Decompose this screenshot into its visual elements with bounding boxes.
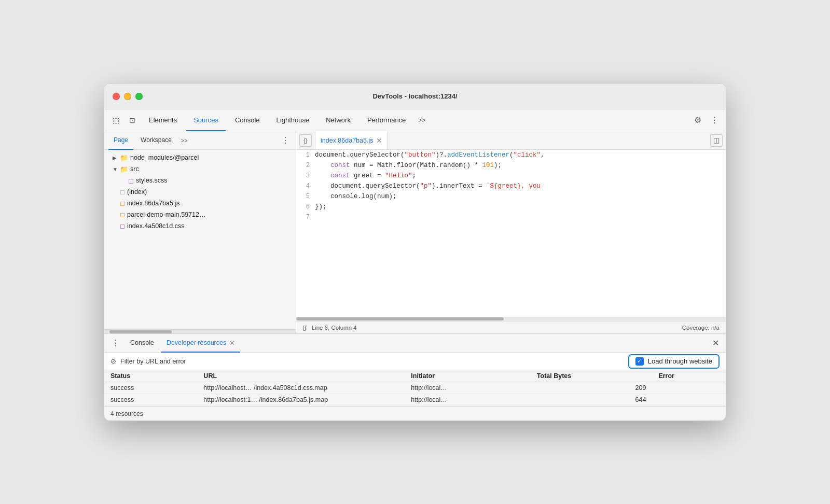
- list-item[interactable]: ◻ index.4a508c1d.css: [104, 220, 296, 232]
- load-through-website-checkbox[interactable]: ✓ Load through website: [628, 354, 720, 369]
- tab-network[interactable]: Network: [319, 110, 358, 131]
- list-item[interactable]: ◻ styles.scss: [104, 175, 296, 186]
- traffic-lights: [113, 93, 143, 100]
- col-error: Error: [652, 370, 726, 382]
- file-name: parcel-demo-main.59712…: [127, 211, 205, 218]
- list-item[interactable]: ◻ index.86da7ba5.js: [104, 198, 296, 209]
- filter-input[interactable]: Filter by URL and error: [120, 358, 628, 365]
- bottom-dots-icon[interactable]: ⋮: [108, 337, 123, 349]
- code-horizontal-scrollbar[interactable]: [296, 317, 726, 321]
- code-line: 3 const greet = "Hello";: [296, 171, 726, 181]
- col-total-bytes: Total Bytes: [531, 370, 653, 382]
- code-line: 2 const num = Math.floor(Math.random() *…: [296, 160, 726, 171]
- table-row[interactable]: success http://localhost… /index.4a508c1…: [104, 382, 726, 394]
- code-line: 1 document.querySelector("button")?.addE…: [296, 150, 726, 160]
- settings-icon[interactable]: ⚙: [690, 113, 705, 128]
- code-file-tab-label: index.86da7ba5.js: [321, 137, 373, 144]
- file-icon: ◻: [120, 200, 125, 207]
- cell-initiator: http://local…: [405, 382, 530, 394]
- file-name: index.4a508c1d.css: [127, 222, 185, 230]
- code-editor[interactable]: 1 document.querySelector("button")?.addE…: [296, 150, 726, 317]
- close-button[interactable]: [113, 93, 120, 100]
- cell-status: success: [104, 394, 197, 406]
- main-tab-bar: ⬚ ⊡ Elements Sources Console Lighthouse …: [104, 109, 726, 131]
- bottom-panel-close-button[interactable]: ✕: [709, 337, 722, 349]
- code-file-tab[interactable]: index.86da7ba5.js ✕: [315, 131, 388, 149]
- folder-icon: 📁: [120, 154, 128, 162]
- file-icon: ◻: [120, 188, 125, 195]
- tab-label: Developer resources: [167, 339, 226, 346]
- footer-bar: 4 resources: [104, 406, 726, 421]
- cursor-position: Line 6, Column 4: [312, 325, 357, 331]
- tabs-more[interactable]: >>: [415, 115, 428, 126]
- code-panel: {} index.86da7ba5.js ✕ ◫ 1 document.quer…: [296, 131, 726, 333]
- file-name: node_modules/@parcel: [130, 154, 199, 161]
- col-url: URL: [197, 370, 405, 382]
- folder-icon: 📁: [120, 165, 128, 173]
- tab-console-bottom[interactable]: Console: [125, 334, 159, 353]
- file-panel: Page Workspace >> ⋮ ▶ 📁 node_modules/@pa…: [104, 131, 296, 333]
- list-item[interactable]: ◻ parcel-demo-main.59712…: [104, 209, 296, 220]
- code-line: 5 console.log(num);: [296, 191, 726, 202]
- code-line: 7: [296, 212, 726, 222]
- cell-error: [652, 394, 726, 406]
- minimize-button[interactable]: [124, 93, 131, 100]
- file-icon: ◻: [128, 177, 134, 185]
- title-bar: DevTools - localhost:1234/: [104, 83, 726, 109]
- bottom-panel: ⋮ Console Developer resources ✕ ✕ ⊘ Filt…: [104, 333, 726, 421]
- tab-sources[interactable]: Sources: [186, 110, 226, 131]
- tab-developer-resources[interactable]: Developer resources ✕: [161, 334, 240, 353]
- tab-elements[interactable]: Elements: [142, 110, 184, 131]
- code-line: 4 document.querySelector("p").innerText …: [296, 181, 726, 191]
- code-line: 6 });: [296, 202, 726, 212]
- sidebar-toggle-icon[interactable]: {}: [299, 134, 312, 147]
- code-tab-bar: {} index.86da7ba5.js ✕ ◫: [296, 131, 726, 150]
- cell-error: [652, 382, 726, 394]
- cell-url: http://localhost:1… /index.86da7ba5.js.m…: [197, 394, 405, 406]
- list-item[interactable]: ▼ 📁 src: [104, 163, 296, 175]
- more-options-icon[interactable]: ⋮: [707, 113, 722, 128]
- tab-page[interactable]: Page: [108, 132, 133, 150]
- col-initiator: Initiator: [405, 370, 530, 382]
- list-item[interactable]: ▶ 📁 node_modules/@parcel: [104, 152, 296, 163]
- panel-dots-icon[interactable]: ⋮: [279, 134, 292, 146]
- panel-split-icon[interactable]: ◫: [710, 134, 723, 147]
- resources-table: Status URL Initiator Total Bytes Error s…: [104, 370, 726, 406]
- main-area: Page Workspace >> ⋮ ▶ 📁 node_modules/@pa…: [104, 131, 726, 333]
- tab-performance[interactable]: Performance: [360, 110, 413, 131]
- scrollbar-thumb: [296, 317, 504, 320]
- file-name: src: [130, 165, 139, 173]
- load-through-website-label: Load through website: [648, 357, 712, 365]
- status-bar: {} Line 6, Column 4 Coverage: n/a: [296, 321, 726, 333]
- tab-close-icon[interactable]: ✕: [229, 339, 235, 347]
- file-icon: ◻: [120, 222, 125, 230]
- file-tree: ▶ 📁 node_modules/@parcel ▼ 📁 src ◻ style…: [104, 150, 296, 329]
- checkbox-icon: ✓: [635, 357, 644, 366]
- arrow-icon: ▶: [113, 155, 118, 161]
- file-name: (index): [127, 188, 147, 195]
- filter-icon: ⊘: [110, 357, 116, 365]
- tab-console[interactable]: Console: [228, 110, 267, 131]
- tab-workspace[interactable]: Workspace: [135, 132, 177, 150]
- scrollbar-thumb: [109, 330, 172, 333]
- coverage-status: Coverage: n/a: [682, 325, 720, 331]
- inspect-icon[interactable]: ⬚: [108, 113, 123, 128]
- maximize-button[interactable]: [135, 93, 143, 100]
- horizontal-scrollbar[interactable]: [104, 329, 296, 333]
- col-status: Status: [104, 370, 197, 382]
- file-name: index.86da7ba5.js: [127, 200, 179, 207]
- window-title: DevTools - localhost:1234/: [372, 92, 457, 100]
- arrow-icon: ▼: [113, 166, 118, 172]
- panel-more-icon[interactable]: >>: [179, 136, 190, 145]
- panel-tab-bar: Page Workspace >> ⋮: [104, 131, 296, 150]
- resource-count: 4 resources: [110, 410, 143, 417]
- format-icon[interactable]: {}: [302, 325, 307, 331]
- cell-url: http://localhost… /index.4a508c1d.css.ma…: [197, 382, 405, 394]
- table-row[interactable]: success http://localhost:1… /index.86da7…: [104, 394, 726, 406]
- list-item[interactable]: ◻ (index): [104, 186, 296, 198]
- device-icon[interactable]: ⊡: [125, 113, 140, 128]
- bottom-tab-bar: ⋮ Console Developer resources ✕ ✕: [104, 334, 726, 353]
- tab-lighthouse[interactable]: Lighthouse: [269, 110, 317, 131]
- code-tab-close-icon[interactable]: ✕: [376, 136, 382, 145]
- file-icon: ◻: [120, 211, 125, 218]
